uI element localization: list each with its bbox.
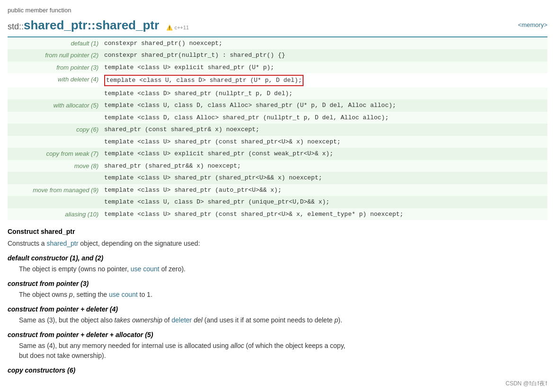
subsection-4: construct from pointer + deleter + alloc…	[8, 330, 547, 361]
subsection-5-title: copy constructors (6)	[8, 365, 547, 375]
code-label-8	[8, 196, 102, 208]
code-line-3-1: template <class D> shared_ptr (nullptr_t…	[102, 88, 547, 100]
code-line-9-0: template <class U> shared_ptr (const sha…	[102, 208, 547, 221]
code-label-5	[8, 136, 102, 148]
page-title: std::shared_ptr::shared_ptr ⚠️ c++11	[8, 16, 189, 35]
code-line-8-0: template <class U> shared_ptr (auto_ptr<…	[102, 184, 547, 196]
subsection-1-body: The object is empty (owns no pointer, us…	[19, 264, 547, 274]
public-member-label: public member function	[8, 6, 547, 15]
namespace-prefix: std::	[8, 22, 24, 31]
code-label-7	[8, 172, 102, 184]
memory-link[interactable]: <memory>	[518, 20, 547, 30]
code-line-7-1: template <class U> shared_ptr (shared_pt…	[102, 172, 547, 184]
code-line-4-1: template <class D, class Alloc> shared_p…	[102, 112, 547, 124]
subsection-3-body: Same as (3), but the object also takes o…	[19, 315, 547, 325]
subsection-3: construct from pointer + deleter (4) Sam…	[8, 304, 547, 325]
code-label-0: default (1)	[8, 37, 102, 50]
code-line-6-0: template <class U> explicit shared_ptr (…	[102, 148, 547, 160]
watermark: CSDN @ꝉ白ꝉ夜ꝉ	[8, 379, 547, 388]
description-heading: Construct shared_ptr	[8, 227, 547, 237]
code-line-7-0: shared_ptr (shared_ptr&& x) noexcept;	[102, 160, 547, 172]
code-line-2-0: template <class U> explicit shared_ptr (…	[102, 62, 547, 74]
subsection-3-title: construct from pointer + deleter (4)	[8, 304, 547, 314]
use-count-link-1[interactable]: use count	[131, 265, 160, 273]
subsection-5: copy constructors (6)	[8, 365, 547, 375]
title-row: std::shared_ptr::shared_ptr ⚠️ c++11 <me…	[8, 16, 547, 37]
code-label-9: aliasing (10)	[8, 208, 102, 221]
code-label-4	[8, 112, 102, 124]
title-text: std::shared_ptr::shared_ptr	[8, 18, 162, 32]
deleter-link[interactable]: deleter	[171, 316, 192, 324]
title-badge: ⚠️ c++11	[166, 25, 189, 30]
subsection-4-body: Same as (4), but any memory needed for i…	[19, 341, 547, 361]
subsection-4-title: construct from pointer + deleter + alloc…	[8, 330, 547, 340]
code-label-8: move from managed (9)	[8, 184, 102, 196]
code-line-3-0: template <class U, class D> shared_ptr (…	[102, 73, 547, 88]
code-line-4-0: template <class U, class D, class Alloc>…	[102, 99, 547, 112]
subsection-2-body: The object owns p, setting the use count…	[19, 290, 547, 300]
code-line-5-0: shared_ptr (const shared_ptr& x) noexcep…	[102, 124, 547, 136]
code-line-1-0: constexpr shared_ptr(nullptr_t) : shared…	[102, 49, 547, 62]
subsection-1: default constructor (1), and (2) The obj…	[8, 253, 547, 274]
code-label-3: with deleter (4)	[8, 73, 102, 88]
code-label-1: from null pointer (2)	[8, 49, 102, 62]
code-label-5: copy (6)	[8, 124, 102, 136]
subsection-2: construct from pointer (3) The object ow…	[8, 279, 547, 300]
description-intro: Constructs a shared_ptr object, dependin…	[8, 239, 547, 249]
code-line-0-0: constexpr shared_ptr() noexcept;	[102, 37, 547, 50]
shared-ptr-link[interactable]: shared_ptr	[46, 240, 78, 247]
code-label-6: copy from weak (7)	[8, 148, 102, 160]
code-line-8-1: template <class U, class D> shared_ptr (…	[102, 196, 547, 208]
subsection-1-title: default constructor (1), and (2)	[8, 253, 547, 263]
code-label-2: from pointer (3)	[8, 62, 102, 74]
code-label-3	[8, 88, 102, 100]
code-line-5-1: template <class U> shared_ptr (const sha…	[102, 136, 547, 148]
code-label-4: with allocator (5)	[8, 99, 102, 112]
code-label-7: move (8)	[8, 160, 102, 172]
use-count-link-2[interactable]: use count	[109, 291, 138, 298]
subsection-2-title: construct from pointer (3)	[8, 279, 547, 289]
code-table: default (1)constexpr shared_ptr() noexce…	[8, 37, 547, 221]
